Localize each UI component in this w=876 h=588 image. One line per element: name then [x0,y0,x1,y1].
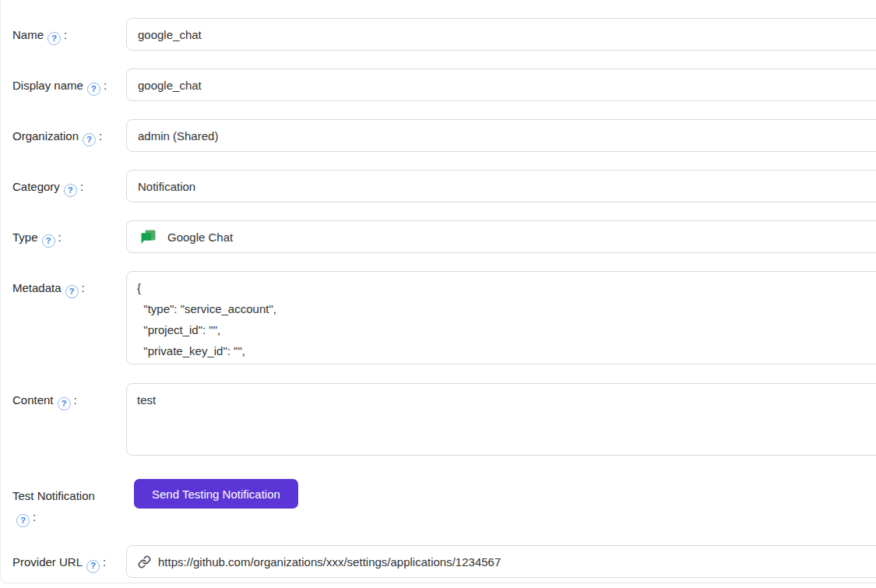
type-field-wrap: Google Chat [126,220,876,253]
display-name-row: Display name?: [12,69,876,101]
provider-url-label: Provider URL?: [12,545,126,572]
provider-url-field-wrap: https://github.com/organizations/xxx/set… [126,545,876,578]
content-field-wrap: test [126,383,876,456]
link-icon [138,555,151,569]
help-icon-glyph: ? [90,562,96,571]
help-icon[interactable]: ? [47,32,61,45]
provider-url-label-text: Provider URL [12,555,83,569]
send-testing-notification-button[interactable]: Send Testing Notification [134,479,298,509]
help-icon[interactable]: ? [86,560,100,573]
metadata-field-wrap: { "type": "service_account", "project_id… [126,271,876,364]
label-colon: : [99,129,102,143]
content-textarea[interactable]: test [126,383,876,456]
help-icon-glyph: ? [86,136,92,145]
form-panel: Name?: Display name?: Organization?: Cat… [0,0,876,583]
content-row: Content?: test [12,383,876,456]
help-icon[interactable]: ? [87,83,100,96]
provider-url-input[interactable]: https://github.com/organizations/xxx/set… [126,545,876,578]
help-icon-glyph: ? [20,516,26,526]
metadata-label-text: Metadata [12,281,62,294]
category-field-wrap [126,170,876,202]
type-select-value: Google Chat [167,231,233,244]
label-colon: : [103,555,106,569]
metadata-row: Metadata?: { "type": "service_account", … [12,271,876,364]
google-chat-icon [141,230,156,245]
metadata-textarea[interactable]: { "type": "service_account", "project_id… [126,271,876,364]
name-label: Name?: [12,18,126,45]
label-colon: : [104,79,107,92]
name-field-wrap [126,18,876,51]
help-icon-glyph: ? [69,287,75,297]
test-notification-label-text: Test Notification [12,489,95,502]
help-icon[interactable]: ? [16,514,30,527]
label-colon: : [58,231,62,244]
display-name-input[interactable] [126,69,876,101]
help-icon-glyph: ? [91,85,97,94]
type-label: Type?: [12,220,126,248]
test-notification-field-wrap: Send Testing Notification [126,479,876,509]
help-icon-glyph: ? [68,186,73,195]
label-colon: : [64,28,67,41]
provider-url-value: https://github.com/organizations/xxx/set… [158,555,501,569]
help-icon-glyph: ? [62,400,67,409]
name-row: Name?: [12,18,876,51]
category-input[interactable] [126,170,876,202]
name-input[interactable] [126,18,876,51]
help-icon[interactable]: ? [64,184,77,197]
organization-input[interactable] [126,119,876,152]
label-colon: : [33,510,36,523]
content-label-text: Content [12,393,54,407]
display-name-label: Display name?: [12,69,126,96]
help-icon[interactable]: ? [42,234,55,248]
help-icon[interactable]: ? [58,397,71,410]
display-name-field-wrap [126,69,876,101]
test-notification-label: Test Notification ?: [12,479,126,527]
content-label: Content?: [12,383,126,410]
provider-url-row: Provider URL?: https://github.com/organi… [12,545,876,578]
type-label-text: Type [12,231,38,244]
label-colon: : [80,180,83,193]
organization-label-text: Organization [12,129,79,143]
label-colon: : [74,393,77,407]
help-icon[interactable]: ? [65,285,79,298]
test-notification-row: Test Notification ?: Send Testing Notifi… [12,479,876,527]
type-select[interactable]: Google Chat [126,220,876,253]
metadata-label: Metadata?: [12,271,126,298]
label-colon: : [82,281,85,294]
type-row: Type?: Google Chat [12,220,876,253]
name-label-text: Name [12,28,44,41]
organization-label: Organization?: [12,119,126,146]
category-label: Category?: [12,170,126,197]
category-label-text: Category [12,180,60,193]
organization-field-wrap [126,119,876,152]
help-icon[interactable]: ? [83,133,96,146]
organization-row: Organization?: [12,119,876,152]
display-name-label-text: Display name [12,79,83,92]
help-icon-glyph: ? [51,34,57,44]
help-icon-glyph: ? [46,237,51,246]
category-row: Category?: [12,170,876,202]
